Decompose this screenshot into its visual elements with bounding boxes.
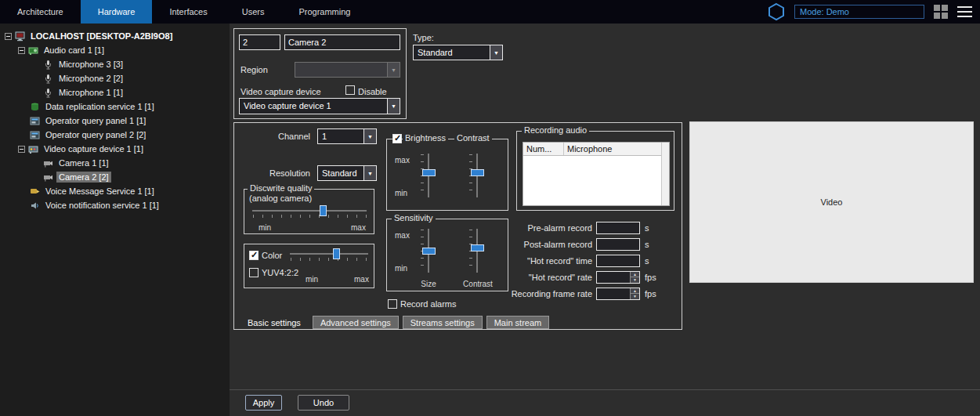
- slider-handle[interactable]: [422, 248, 436, 255]
- camera-icon: [43, 172, 53, 183]
- column-header-num[interactable]: Num...: [523, 143, 564, 155]
- slider-handle[interactable]: [471, 169, 484, 176]
- recording-frame-rate-input[interactable]: [596, 288, 640, 300]
- menu-item-interfaces[interactable]: Interfaces: [152, 0, 224, 24]
- spinner-icon[interactable]: [630, 288, 639, 299]
- contrast-slider[interactable]: [467, 152, 487, 199]
- grid-view-icon[interactable]: [934, 5, 948, 19]
- tree-expander-icon[interactable]: [18, 47, 25, 54]
- discwrite-quality-slider[interactable]: [251, 205, 368, 219]
- tab-basic-settings[interactable]: Basic settings: [240, 316, 309, 329]
- post-alarm-record-input[interactable]: [596, 238, 640, 251]
- tree-item-label: Audio card 1 [1]: [42, 45, 107, 56]
- record-alarms-label: Record alarms: [400, 299, 457, 309]
- disable-checkbox[interactable]: [345, 85, 355, 95]
- hot-record-rate-input[interactable]: [596, 271, 640, 284]
- apply-button[interactable]: Apply: [245, 395, 282, 411]
- record-alarms-checkbox[interactable]: [388, 299, 397, 309]
- mode-field[interactable]: Mode: Demo: [794, 5, 924, 19]
- hot-record-rate-input-field[interactable]: [597, 272, 630, 283]
- post-alarm-record-input-field[interactable]: [597, 239, 639, 250]
- tree-item[interactable]: Operator query panel 2 [2]: [0, 128, 230, 142]
- tree-item[interactable]: Voice notification service 1 [1]: [0, 198, 230, 212]
- slider-handle[interactable]: [333, 248, 340, 259]
- recording-frame-rate-input-field[interactable]: [597, 288, 630, 299]
- record-field-label: "Hot record" rate: [469, 273, 592, 282]
- tree-item[interactable]: Microphone 3 [3]: [0, 57, 230, 71]
- menu-item-hardware[interactable]: Hardware: [81, 0, 153, 24]
- voice-message-icon: [30, 186, 40, 197]
- column-header-microphone[interactable]: Microphone: [564, 143, 669, 155]
- tree-item[interactable]: Data replication service 1 [1]: [0, 99, 230, 114]
- menu-item-programming[interactable]: Programming: [281, 0, 367, 24]
- brightness-checkbox[interactable]: [392, 134, 402, 143]
- color-slider[interactable]: [288, 248, 370, 262]
- chevron-down-icon[interactable]: [363, 129, 376, 143]
- max-label: max: [395, 230, 410, 241]
- contrast-label: Contrast: [454, 133, 492, 143]
- tab-main-stream[interactable]: Main stream: [486, 316, 550, 329]
- spinner-up-icon[interactable]: [631, 288, 639, 295]
- tree-item[interactable]: Microphone 1 [1]: [0, 85, 230, 99]
- tree-item[interactable]: Operator query panel 1 [1]: [0, 114, 230, 128]
- pre-alarm-record-input-field[interactable]: [597, 222, 639, 233]
- menu-item-users[interactable]: Users: [225, 0, 282, 24]
- tree-item[interactable]: Camera 1 [1]: [0, 156, 230, 170]
- spinner-up-icon[interactable]: [631, 272, 639, 278]
- record-field-row: "Hot record" ratefps: [469, 270, 678, 284]
- channel-dropdown-value: 1: [318, 129, 363, 143]
- sensitivity-size-slider[interactable]: [418, 227, 439, 274]
- brightness-slider[interactable]: [418, 152, 439, 199]
- chevron-down-icon[interactable]: [363, 166, 376, 180]
- hamburger-menu-icon[interactable]: [957, 6, 972, 17]
- yuv-label: YUV4:2:2: [262, 268, 298, 278]
- tree-item-label: Operator query panel 2 [2]: [43, 129, 148, 140]
- region-dropdown[interactable]: [295, 62, 400, 78]
- tree-item-label: Microphone 1 [1]: [56, 87, 125, 98]
- tree-item[interactable]: Voice Message Service 1 [1]: [0, 184, 230, 198]
- slider-handle[interactable]: [422, 169, 436, 176]
- disable-label: Disable: [358, 87, 387, 97]
- tree-item[interactable]: Audio card 1 [1]: [0, 43, 230, 57]
- tree-item[interactable]: Video capture device 1 [1]: [0, 142, 230, 156]
- chevron-down-icon[interactable]: [387, 63, 400, 77]
- tab-streams-settings[interactable]: Streams settings: [403, 316, 483, 329]
- menu-item-architecture[interactable]: Architecture: [0, 0, 81, 24]
- min-label: min: [395, 263, 407, 273]
- footer-divider: [230, 389, 980, 390]
- tree-expander-icon[interactable]: [5, 33, 12, 40]
- yuv-checkbox[interactable]: [249, 268, 259, 277]
- sensitivity-contrast-slider[interactable]: [467, 227, 487, 274]
- spinner-icon[interactable]: [630, 272, 639, 283]
- object-name-input[interactable]: [284, 34, 400, 50]
- resolution-dropdown[interactable]: Standard: [317, 165, 377, 181]
- tree-item-label: Data replication service 1 [1]: [43, 101, 157, 112]
- hot-record-time-input[interactable]: [596, 255, 640, 267]
- channel-dropdown[interactable]: 1: [317, 128, 377, 144]
- pre-alarm-record-input[interactable]: [596, 222, 640, 234]
- camera-icon: [43, 158, 53, 168]
- tree-item-label: Operator query panel 1 [1]: [43, 115, 148, 126]
- recording-audio-table[interactable]: Num... Microphone: [523, 142, 670, 206]
- tree-item[interactable]: Microphone 2 [2]: [0, 71, 230, 85]
- tree-item[interactable]: LOCALHOST [DESKTOP-A2BI9O8]: [0, 29, 230, 43]
- tree-item-label: Voice Message Service 1 [1]: [43, 186, 157, 197]
- hot-record-time-input-field[interactable]: [597, 255, 639, 266]
- color-checkbox[interactable]: [249, 251, 259, 260]
- tree-item[interactable]: Camera 2 [2]: [0, 170, 230, 184]
- chevron-down-icon[interactable]: [387, 99, 400, 114]
- spinner-down-icon[interactable]: [631, 277, 639, 283]
- object-id-input[interactable]: [239, 34, 280, 50]
- table-scrollbar[interactable]: [661, 143, 669, 205]
- record-field-row: Post-alarm records: [469, 237, 678, 251]
- spinner-down-icon[interactable]: [631, 294, 639, 299]
- undo-button[interactable]: Undo: [298, 395, 349, 411]
- slider-handle[interactable]: [320, 205, 327, 216]
- tab-advanced-settings[interactable]: Advanced settings: [313, 316, 399, 329]
- video-capture-device-dropdown[interactable]: Video capture device 1: [239, 98, 400, 114]
- tree-expander-icon[interactable]: [18, 146, 25, 153]
- chevron-down-icon[interactable]: [490, 45, 502, 60]
- type-dropdown[interactable]: Standard: [413, 45, 503, 60]
- type-dropdown-value: Standard: [414, 45, 490, 60]
- record-field-label: Post-alarm record: [469, 240, 592, 249]
